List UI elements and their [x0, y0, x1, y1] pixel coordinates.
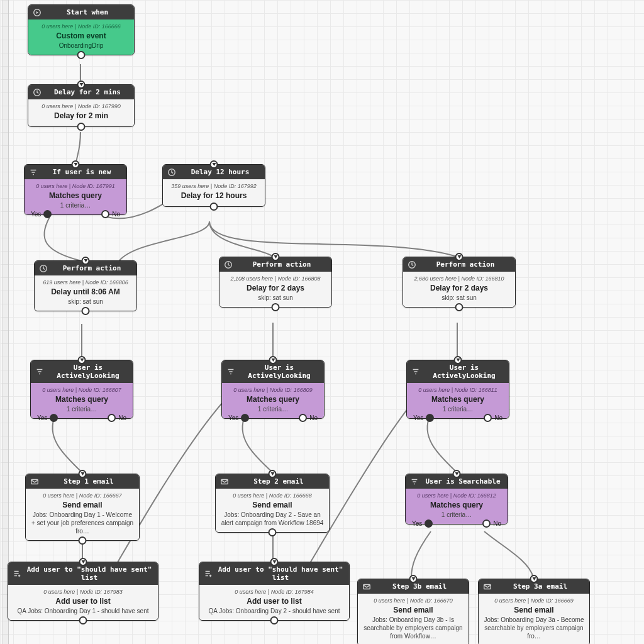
node-meta: 0 users here | Node ID: 167984 [204, 589, 344, 595]
node-meta: 0 users here | Node ID: 166809 [227, 387, 319, 393]
node-step1-email[interactable]: Step 1 email 0 users here | Node ID: 166… [25, 474, 140, 541]
node-title: Matches query [30, 191, 121, 200]
node-sub: 1 criteria… [411, 511, 502, 519]
node-sub: QA Jobs: Onboarding Day 2 - should have … [204, 607, 344, 615]
node-sub: Jobs: Onboarding Day 1 - Welcome + set y… [31, 511, 134, 535]
branch-yes[interactable]: Yes [412, 519, 433, 528]
node-actively-a[interactable]: User is ActivelyLooking 0 users here | N… [30, 360, 133, 419]
node-meta: 0 users here | Node ID: 166812 [411, 492, 502, 499]
branch-no[interactable]: No [299, 414, 318, 422]
in-port[interactable] [79, 470, 87, 478]
out-port[interactable] [82, 307, 90, 315]
in-port[interactable] [210, 160, 218, 169]
in-port[interactable] [82, 257, 90, 265]
node-title: Delay until 8:06 AM [40, 287, 131, 296]
in-port[interactable] [269, 356, 277, 364]
node-header: Step 1 email [64, 477, 113, 486]
node-header: If user is new [53, 168, 111, 176]
node-meta: 0 users here | Node ID: 167991 [30, 183, 121, 189]
node-meta: 0 users here | Node ID: 166811 [412, 387, 504, 393]
node-actively-c[interactable]: User is ActivelyLooking 0 users here | N… [406, 360, 509, 419]
branch-yes[interactable]: Yes [413, 414, 434, 422]
in-port[interactable] [454, 356, 462, 364]
ruler-vertical [3, 0, 9, 644]
node-title: Send email [484, 606, 584, 614]
list-add-icon [204, 569, 213, 578]
node-meta: 0 users here | Node ID: 167990 [33, 103, 129, 109]
node-actively-b[interactable]: User is ActivelyLooking 0 users here | N… [221, 360, 325, 419]
in-port[interactable] [453, 470, 461, 478]
out-port[interactable] [79, 616, 87, 625]
node-title: Send email [221, 501, 324, 509]
node-user-searchable[interactable]: User is Searchable 0 users here | Node I… [405, 474, 508, 525]
in-port[interactable] [269, 470, 277, 478]
out-port[interactable] [269, 528, 277, 536]
node-title: Send email [31, 501, 134, 509]
node-start[interactable]: Start when 0 users here | Node ID: 16666… [28, 4, 135, 55]
node-header: User is Searchable [425, 477, 500, 486]
node-add-list-a[interactable]: Add user to "should have sent" list 0 us… [8, 562, 158, 621]
node-perform-c[interactable]: Perform action 2,680 users here | Node I… [402, 257, 516, 308]
branch-yes[interactable]: Yes [31, 210, 52, 218]
node-title: Matches query [227, 395, 319, 404]
node-if-user-new[interactable]: If user is new 0 users here | Node ID: 1… [24, 164, 127, 215]
in-port[interactable] [78, 356, 86, 364]
node-step3b-email[interactable]: Step 3b email 0 users here | Node ID: 16… [357, 579, 469, 644]
node-meta: 0 users here | Node ID: 167983 [13, 589, 153, 595]
node-header: Delay 12 hours [191, 168, 250, 176]
out-port[interactable] [77, 123, 86, 131]
node-sub: 1 criteria… [36, 405, 128, 413]
node-sub: Jobs: Onboarding Day 3a - Become searcha… [484, 616, 584, 640]
node-sub: 1 criteria… [412, 405, 504, 413]
node-perform-a[interactable]: Perform action 619 users here | Node ID:… [34, 260, 137, 311]
out-port[interactable] [272, 303, 280, 311]
list-add-icon [13, 569, 21, 578]
node-title: Matches query [412, 395, 504, 404]
node-meta: 2,108 users here | Node ID: 166808 [225, 275, 326, 282]
node-step3a-email[interactable]: Step 3a email 0 users here | Node ID: 16… [478, 579, 590, 644]
branch-yes[interactable]: Yes [228, 414, 249, 422]
out-port[interactable] [79, 536, 87, 545]
node-title: Delay for 12 hours [168, 191, 260, 200]
mail-icon [362, 582, 371, 591]
clock-icon [33, 88, 42, 97]
branch-no[interactable]: No [108, 414, 126, 422]
out-port[interactable] [77, 51, 86, 59]
workflow-canvas[interactable]: Start when 0 users here | Node ID: 16666… [0, 0, 644, 644]
node-delay-2min[interactable]: Delay for 2 mins 0 users here | Node ID:… [28, 84, 135, 127]
mail-icon [220, 477, 229, 486]
node-perform-b[interactable]: Perform action 2,108 users here | Node I… [219, 257, 332, 308]
branch-yes-label: Yes [31, 211, 41, 218]
in-port[interactable] [77, 80, 86, 89]
node-sub: 1 criteria… [227, 405, 319, 413]
node-delay-12h[interactable]: Delay 12 hours 359 users here | Node ID:… [162, 164, 265, 207]
in-port[interactable] [270, 558, 279, 566]
node-step2-email[interactable]: Step 2 email 0 users here | Node ID: 166… [215, 474, 330, 533]
out-port[interactable] [210, 203, 218, 211]
branch-no[interactable]: No [482, 519, 501, 528]
node-title: Delay for 2 days [408, 284, 510, 292]
node-meta: 0 users here | Node ID: 166668 [221, 492, 324, 499]
branch-yes[interactable]: Yes [37, 414, 58, 422]
node-meta: 0 users here | Node ID: 166666 [33, 23, 129, 30]
node-title: Add user to list [13, 597, 153, 606]
filter-icon [35, 367, 44, 376]
node-meta: 619 users here | Node ID: 166806 [40, 279, 131, 286]
in-port[interactable] [530, 575, 538, 583]
out-port[interactable] [455, 303, 464, 311]
in-port[interactable] [272, 253, 280, 261]
clock-icon [408, 260, 416, 269]
node-sub: Jobs: Onboarding Day 2 - Save an alert c… [221, 511, 324, 527]
in-port[interactable] [79, 558, 87, 566]
in-port[interactable] [409, 575, 418, 583]
mail-icon [483, 582, 492, 591]
branch-no[interactable]: No [484, 414, 502, 422]
node-header: User is ActivelyLooking [433, 364, 495, 380]
out-port[interactable] [270, 616, 279, 625]
branch-no[interactable]: No [101, 210, 120, 218]
node-header: Perform action [436, 260, 495, 269]
in-port[interactable] [455, 253, 464, 261]
node-sub: skip: sat sun [225, 294, 326, 302]
node-add-list-b[interactable]: Add user to "should have sent" list 0 us… [199, 562, 350, 621]
in-port[interactable] [72, 160, 80, 169]
